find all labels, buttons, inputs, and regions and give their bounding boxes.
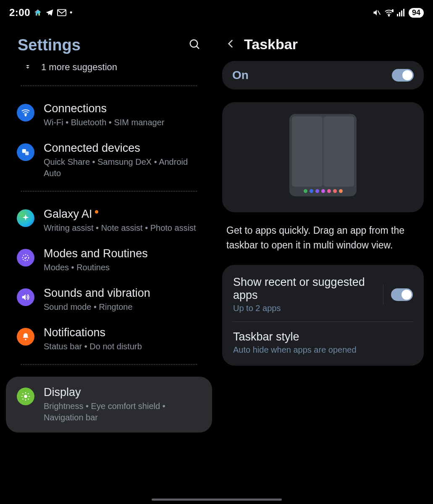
devices-icon: [17, 143, 34, 161]
svg-rect-0: [58, 10, 66, 16]
svg-text:6: 6: [392, 9, 394, 13]
divider: [21, 191, 197, 192]
taskbar-preview-card: [222, 102, 424, 212]
master-toggle-card: On: [222, 61, 424, 90]
item-subtitle: Modes • Routines: [44, 262, 148, 273]
wifi-circle-icon: [17, 104, 34, 121]
settings-item-connections[interactable]: Connections Wi-Fi • Bluetooth • SIM mana…: [6, 96, 212, 134]
svg-rect-4: [397, 14, 398, 16]
suggestion-text: 1 more suggestion: [41, 62, 117, 73]
taskbar-description: Get to apps quickly. Drag an app from th…: [222, 212, 424, 252]
item-subtitle: Wi-Fi • Bluetooth • SIM manager: [44, 117, 164, 128]
separator: [383, 285, 383, 305]
settings-item-modes-routines[interactable]: Modes and Routines Modes • Routines: [6, 241, 212, 279]
svg-rect-7: [403, 9, 404, 16]
item-title: Notifications: [44, 326, 142, 339]
battery-pill: 94: [409, 8, 424, 18]
home-app-icon: [34, 8, 42, 17]
svg-point-8: [190, 40, 198, 47]
item-subtitle: Sound mode • Ringtone: [44, 301, 150, 313]
svg-line-20: [23, 393, 24, 394]
sparkle-icon: [17, 209, 34, 227]
new-badge-dot-icon: [95, 210, 98, 214]
show-recent-toggle[interactable]: [391, 288, 413, 301]
sound-icon: [17, 288, 34, 306]
status-bar: 2:00 • 6 94: [0, 0, 433, 24]
row-title: Taskbar style: [233, 330, 413, 343]
svg-point-14: [25, 339, 26, 340]
svg-point-15: [24, 395, 27, 398]
master-toggle-label: On: [232, 69, 249, 82]
item-title: Connections: [44, 102, 164, 115]
status-right: 6 94: [373, 8, 424, 18]
wifi-icon: 6: [384, 9, 394, 16]
brightness-icon: [17, 388, 34, 405]
taskbar-style-row[interactable]: Taskbar style Auto hide when apps are op…: [232, 322, 414, 363]
svg-rect-12: [25, 151, 29, 155]
signal-icon: [397, 9, 405, 16]
svg-line-23: [28, 393, 29, 394]
row-title: Show recent or suggested apps: [233, 276, 375, 302]
modes-icon: [17, 249, 34, 267]
gmail-icon: [57, 9, 66, 16]
item-title: Display: [44, 386, 199, 399]
telegram-icon: [45, 8, 54, 17]
master-toggle[interactable]: [392, 69, 414, 82]
svg-rect-6: [401, 11, 402, 16]
tablet-preview-icon: [289, 114, 357, 196]
back-icon[interactable]: [226, 38, 236, 51]
preview-dock: [304, 189, 343, 195]
more-notification-dot-icon: •: [70, 8, 72, 17]
bell-icon: [17, 328, 34, 346]
expand-icon: [24, 62, 31, 73]
divider: [21, 364, 197, 365]
item-title: Connected devices: [44, 142, 199, 155]
item-subtitle: Writing assist • Note assist • Photo ass…: [44, 222, 196, 234]
svg-point-10: [25, 115, 26, 116]
settings-item-display[interactable]: Display Brightness • Eye comfort shield …: [6, 377, 212, 433]
item-subtitle: Quick Share • Samsung DeX • Android Auto: [44, 156, 199, 179]
taskbar-options-card: Show recent or suggested apps Up to 2 ap…: [222, 265, 424, 366]
settings-item-sounds-vibration[interactable]: Sounds and vibration Sound mode • Ringto…: [6, 281, 212, 319]
settings-title: Settings: [18, 36, 81, 54]
status-left: 2:00 •: [9, 7, 72, 18]
show-recent-apps-row[interactable]: Show recent or suggested apps Up to 2 ap…: [232, 267, 414, 322]
status-clock: 2:00: [9, 7, 30, 18]
item-subtitle: Status bar • Do not disturb: [44, 341, 142, 352]
svg-line-9: [197, 46, 199, 48]
settings-item-notifications[interactable]: Notifications Status bar • Do not distur…: [6, 320, 212, 358]
item-title-text: Galaxy AI: [44, 208, 92, 220]
home-indicator[interactable]: [152, 499, 282, 501]
settings-suggestion-row[interactable]: 1 more suggestion: [6, 57, 212, 80]
detail-title: Taskbar: [244, 36, 298, 53]
settings-item-connected-devices[interactable]: Connected devices Quick Share • Samsung …: [6, 136, 212, 185]
item-title: Galaxy AI: [44, 208, 196, 221]
taskbar-detail-pane: Taskbar On Get to apps quickly. Drag an …: [212, 24, 433, 496]
settings-item-galaxy-ai[interactable]: Galaxy AI Writing assist • Note assist •…: [6, 202, 212, 240]
svg-point-2: [388, 15, 390, 16]
mute-icon: [373, 8, 381, 17]
divider: [21, 85, 197, 86]
svg-line-21: [28, 399, 29, 400]
search-icon[interactable]: [189, 38, 201, 53]
svg-rect-5: [399, 12, 400, 16]
item-title: Sounds and vibration: [44, 287, 150, 300]
settings-list-pane: Settings 1 more suggestion Connections W…: [0, 24, 212, 496]
row-subtitle: Auto hide when apps are opened: [233, 345, 413, 355]
row-subtitle: Up to 2 apps: [233, 303, 375, 313]
item-title: Modes and Routines: [44, 247, 148, 260]
svg-line-1: [378, 11, 380, 15]
item-subtitle: Brightness • Eye comfort shield • Naviga…: [44, 401, 199, 423]
svg-line-22: [23, 399, 24, 400]
